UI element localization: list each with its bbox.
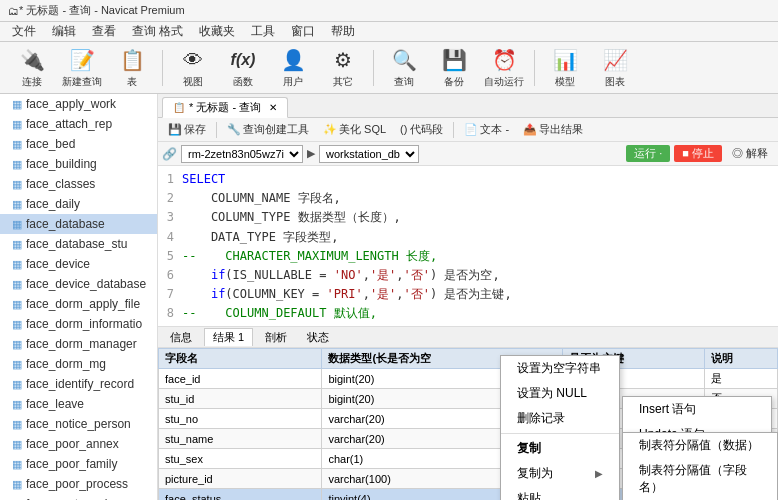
view-label: 视图	[183, 75, 203, 89]
menu-query-format[interactable]: 查询 格式	[124, 22, 191, 41]
context-menu: 设置为空字符串 设置为 NULL 删除记录 复制 复制为 ▶ 粘贴 显示 ▶	[500, 355, 620, 500]
save-button[interactable]: 💾 保存	[162, 121, 212, 138]
submenu-insert[interactable]: Insert 语句	[623, 397, 771, 422]
ctx-set-empty-string[interactable]: 设置为空字符串	[501, 356, 619, 381]
table-small-icon: ▦	[12, 218, 22, 231]
tab-profiling[interactable]: 剖析	[257, 329, 295, 346]
menu-help[interactable]: 帮助	[323, 22, 363, 41]
other-label: 其它	[333, 75, 353, 89]
toolbar-chart[interactable]: 📈 图表	[591, 46, 639, 90]
toolbar-query[interactable]: 🔍 查询	[380, 46, 428, 90]
menu-edit[interactable]: 编辑	[44, 22, 84, 41]
toolbar-sep-3	[534, 50, 535, 86]
sidebar-item-face-daily[interactable]: ▦ face_daily	[0, 194, 157, 214]
toolbar-new-query[interactable]: 📝 新建查询	[58, 46, 106, 90]
code-segment-button[interactable]: () 代码段	[394, 121, 449, 138]
tab-results[interactable]: 结果 1	[204, 328, 253, 346]
table-icon: 📋	[118, 47, 146, 74]
export-result-button[interactable]: 📤 导出结果	[517, 121, 589, 138]
cell-field: stu_id	[159, 389, 322, 409]
text-button[interactable]: 📄 文本 -	[458, 121, 515, 138]
col-header-primary[interactable]: 说明	[705, 349, 778, 369]
toolbar-table[interactable]: 📋 表	[108, 46, 156, 90]
toolbar-view[interactable]: 👁 视图	[169, 46, 217, 90]
code-editor[interactable]: 1 2 3 4 5 6 7 8 9 SELECT COLUMN_NAME 字段名…	[158, 166, 778, 326]
query-builder-icon: 🔧	[227, 123, 241, 136]
toolbar: 🔌 连接 📝 新建查询 📋 表 👁 视图 f(x) 函数 👤 用户 ⚙ 其它 🔍…	[0, 42, 778, 94]
sidebar-item-face-device[interactable]: ▦ face_device	[0, 254, 157, 274]
table-row[interactable]: face_id bigint(20) 否 是	[159, 369, 778, 389]
sidebar: ▦ face_apply_work ▦ face_attach_rep ▦ fa…	[0, 94, 158, 500]
run-button[interactable]: 运行 ·	[626, 145, 670, 162]
table-small-icon: ▦	[12, 98, 22, 111]
sidebar-item-face-apply-work[interactable]: ▦ face_apply_work	[0, 94, 157, 114]
toolbar-connect[interactable]: 🔌 连接	[8, 46, 56, 90]
toolbar-other[interactable]: ⚙ 其它	[319, 46, 367, 90]
sidebar-item-face-dorm-manager[interactable]: ▦ face_dorm_manager	[0, 334, 157, 354]
toolbar-model[interactable]: 📊 模型	[541, 46, 589, 90]
connection-select[interactable]: rm-2zetn83n05wz7i	[181, 145, 303, 163]
beautify-button[interactable]: ✨ 美化 SQL	[317, 121, 392, 138]
sidebar-item-face-post-apply[interactable]: ▦ face_post_apply	[0, 494, 157, 500]
table-small-icon: ▦	[12, 198, 22, 211]
sidebar-item-face-attach-rep[interactable]: ▦ face_attach_rep	[0, 114, 157, 134]
sidebar-item-face-poor-annex[interactable]: ▦ face_poor_annex	[0, 434, 157, 454]
menu-view[interactable]: 查看	[84, 22, 124, 41]
table-small-icon: ▦	[12, 338, 22, 351]
tab-label: * 无标题 - 查询	[189, 100, 261, 115]
sidebar-item-face-notice-person[interactable]: ▦ face_notice_person	[0, 414, 157, 434]
code-content[interactable]: SELECT COLUMN_NAME 字段名, COLUMN_TYPE 数据类型…	[182, 170, 774, 322]
sidebar-item-face-identify-record[interactable]: ▦ face_identify_record	[0, 374, 157, 394]
cell-field: face_id	[159, 369, 322, 389]
save-icon: 💾	[168, 123, 182, 136]
ctx-delete-record[interactable]: 删除记录	[501, 406, 619, 431]
qt-sep-1	[216, 122, 217, 138]
query-builder-button[interactable]: 🔧 查询创建工具	[221, 121, 315, 138]
toolbar-user[interactable]: 👤 用户	[269, 46, 317, 90]
submenu-tab-data[interactable]: 制表符分隔值（数据）	[623, 433, 777, 458]
toolbar-backup[interactable]: 💾 备份	[430, 46, 478, 90]
stop-button[interactable]: ■ 停止	[674, 145, 722, 162]
backup-icon: 💾	[440, 47, 468, 74]
view-icon: 👁	[179, 47, 207, 74]
menu-window[interactable]: 窗口	[283, 22, 323, 41]
tab-info[interactable]: 信息	[162, 329, 200, 346]
conn-bar: 🔗 rm-2zetn83n05wz7i ▶ workstation_db 运行 …	[158, 142, 778, 166]
tab-status[interactable]: 状态	[299, 329, 337, 346]
submenu-tab-fields[interactable]: 制表符分隔值（字段名）	[623, 458, 777, 500]
tab-close-icon[interactable]: ✕	[269, 102, 277, 113]
other-icon: ⚙	[329, 47, 357, 74]
sidebar-item-face-database-stu[interactable]: ▦ face_database_stu	[0, 234, 157, 254]
table-small-icon: ▦	[12, 158, 22, 171]
sidebar-item-face-device-database[interactable]: ▦ face_device_database	[0, 274, 157, 294]
menu-tools[interactable]: 工具	[243, 22, 283, 41]
sidebar-item-face-bed[interactable]: ▦ face_bed	[0, 134, 157, 154]
sidebar-item-face-leave[interactable]: ▦ face_leave	[0, 394, 157, 414]
sidebar-item-face-dorm-apply-file[interactable]: ▦ face_dorm_apply_file	[0, 294, 157, 314]
qt-sep-2	[453, 122, 454, 138]
toolbar-autorun[interactable]: ⏰ 自动运行	[480, 46, 528, 90]
sidebar-item-face-building[interactable]: ▦ face_building	[0, 154, 157, 174]
table-small-icon: ▦	[12, 378, 22, 391]
sidebar-item-face-database[interactable]: ▦ face_database	[0, 214, 157, 234]
ctx-copy[interactable]: 复制	[501, 436, 619, 461]
sidebar-item-face-dorm-mg[interactable]: ▦ face_dorm_mg	[0, 354, 157, 374]
explain-button[interactable]: ◎ 解释	[726, 145, 774, 162]
sidebar-item-face-poor-process[interactable]: ▦ face_poor_process	[0, 474, 157, 494]
menu-bar: 文件 编辑 查看 查询 格式 收藏夹 工具 窗口 帮助	[0, 22, 778, 42]
tab-query[interactable]: 📋 * 无标题 - 查询 ✕	[162, 97, 288, 118]
ctx-set-null[interactable]: 设置为 NULL	[501, 381, 619, 406]
ctx-paste[interactable]: 粘贴	[501, 486, 619, 500]
menu-file[interactable]: 文件	[4, 22, 44, 41]
sidebar-item-face-dorm-informatio[interactable]: ▦ face_dorm_informatio	[0, 314, 157, 334]
autorun-icon: ⏰	[490, 47, 518, 74]
ctx-copy-as[interactable]: 复制为 ▶	[501, 461, 619, 486]
sidebar-item-face-classes[interactable]: ▦ face_classes	[0, 174, 157, 194]
table-small-icon: ▦	[12, 258, 22, 271]
toolbar-function[interactable]: f(x) 函数	[219, 46, 267, 90]
menu-favorites[interactable]: 收藏夹	[191, 22, 243, 41]
col-header-field[interactable]: 字段名	[159, 349, 322, 369]
sidebar-item-face-poor-family[interactable]: ▦ face_poor_family	[0, 454, 157, 474]
database-select[interactable]: workstation_db	[319, 145, 419, 163]
table-small-icon: ▦	[12, 418, 22, 431]
